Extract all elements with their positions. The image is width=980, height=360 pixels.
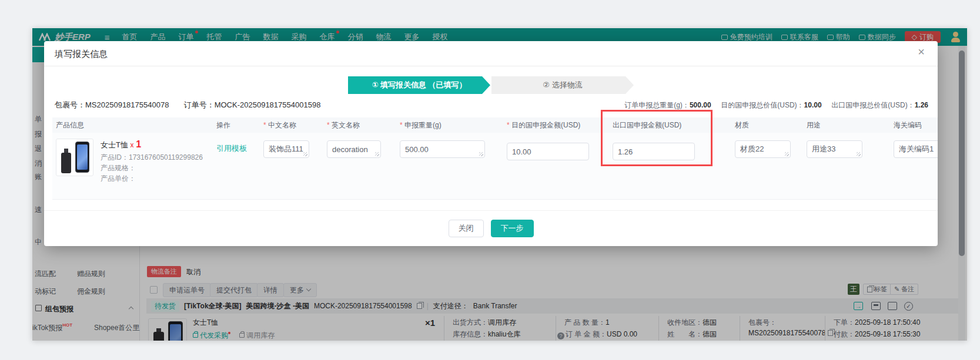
- weight-input[interactable]: [400, 140, 485, 158]
- use-template-link[interactable]: 引用模板: [216, 143, 247, 154]
- phone-screen: [77, 144, 88, 170]
- step-choose-logistics: ② 选择物流: [491, 76, 634, 94]
- spec-label: 产品规格：: [101, 163, 136, 173]
- qty-x: x: [131, 141, 134, 149]
- col-cn-name: 中文名称: [263, 117, 296, 133]
- package-order-line: 包裹号：MS20250918175540078 订单号：MOCK-2025091…: [55, 100, 320, 110]
- col-en-name: 英文名称: [327, 117, 360, 133]
- cn-name-input[interactable]: [263, 140, 309, 158]
- export-total-value: 1.26: [915, 101, 928, 109]
- col-product-info: 产品信息: [56, 117, 84, 133]
- col-hs-code: 海关编码: [894, 117, 922, 133]
- close-icon[interactable]: ×: [918, 46, 925, 58]
- material-input[interactable]: [735, 140, 791, 158]
- product-thumbnail: [56, 139, 93, 176]
- col-material: 材质: [735, 117, 749, 133]
- col-usage: 用途: [807, 117, 821, 133]
- next-step-button[interactable]: 下一步: [491, 220, 534, 237]
- order-number: MOCK-2025091817554001598: [215, 100, 321, 109]
- col-weight: 申报重量(g): [400, 117, 441, 133]
- modal-footer: 关闭 下一步: [44, 210, 938, 246]
- highlight-annotation: [601, 110, 713, 166]
- total-weight: 500.00: [690, 101, 711, 109]
- hs-code-input[interactable]: [894, 140, 938, 158]
- usage-input[interactable]: [807, 140, 862, 158]
- close-button[interactable]: 关闭: [449, 220, 484, 237]
- package-number: MS20250918175540078: [85, 100, 169, 109]
- app-window: 妙手ERP ≡ 首页 产品 订单 托管 广告 数据 采购 仓库 分销 物流 更多…: [32, 28, 967, 341]
- col-dest-amount: 目的国申报金额(USD): [507, 117, 580, 133]
- table-header: 产品信息 操作 中文名称 英文名称 申报重量(g) 目的国申报金额(USD) 出…: [52, 117, 938, 133]
- col-action: 操作: [216, 117, 230, 133]
- dest-total-value: 10.00: [804, 101, 822, 109]
- en-name-input[interactable]: [327, 140, 381, 158]
- table-row: 女士T恤 x 1 产品ID：1731676050119299826 产品规格： …: [52, 133, 938, 200]
- product-name: 女士T恤: [101, 140, 128, 149]
- bottle-image: [61, 153, 71, 173]
- dest-amount-input[interactable]: [507, 143, 589, 160]
- modal-title: 填写报关信息: [55, 49, 108, 60]
- bottle-cap: [64, 149, 68, 153]
- customs-info-modal: 填写报关信息 × ① 填写报关信息 （已填写） ② 选择物流 包裹号：MS202…: [44, 41, 938, 246]
- divider: [44, 66, 938, 66]
- declare-summary: 订单申报总重量(g)：500.00 目的国申报总价值(USD)：10.00 出口…: [624, 100, 928, 110]
- step-fill-customs: ① 填写报关信息 （已填写）: [348, 76, 490, 94]
- price-label: 产品单价：: [101, 174, 136, 184]
- qty-value: 1: [136, 139, 141, 149]
- product-id: 1731676050119299826: [129, 153, 203, 162]
- wizard-steps: ① 填写报关信息 （已填写） ② 选择物流: [44, 76, 938, 94]
- phone-image: [75, 142, 90, 173]
